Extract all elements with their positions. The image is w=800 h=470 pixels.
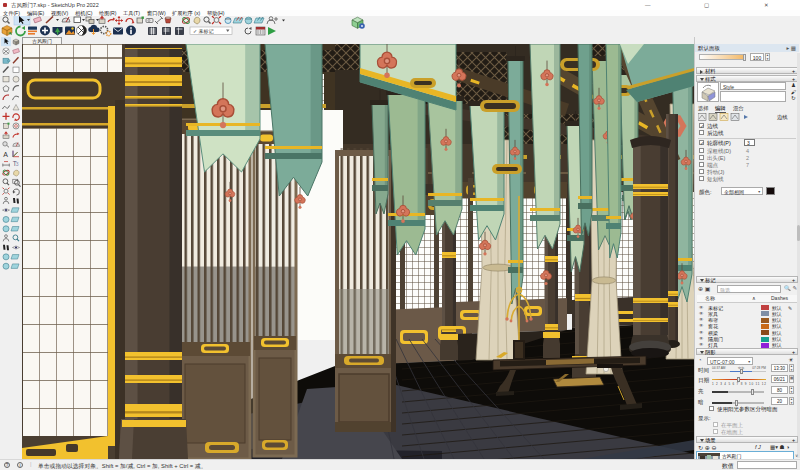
- svg-text:A: A: [3, 151, 8, 158]
- svg-text:✓ 未标记: ✓ 未标记: [193, 28, 214, 35]
- svg-text:3: 3: [16, 161, 19, 167]
